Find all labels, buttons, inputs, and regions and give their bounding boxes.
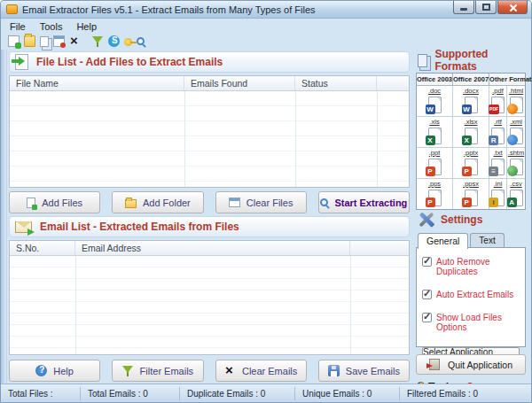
- clear-files-label: Clear Files: [246, 198, 293, 208]
- formats-col-office2007: Office 2007: [453, 74, 489, 86]
- menu-file[interactable]: File: [10, 21, 26, 32]
- email-buttons-row: Help Filter Emails Clear Emails Save Ema…: [9, 360, 410, 382]
- app-window: Email Extractor Files v5.1 - Extract Ema…: [0, 0, 532, 403]
- file-list-table[interactable]: File Name Emails Found Status: [9, 75, 410, 188]
- window-controls: [452, 1, 528, 14]
- status-filtered-emails: Filtered Emails : 0: [400, 387, 531, 400]
- skype-icon[interactable]: [108, 35, 120, 47]
- start-extracting-label: Start Extracting: [334, 198, 407, 208]
- word-badge: W: [426, 105, 435, 114]
- funnel-icon: [122, 365, 134, 376]
- app-icon: [6, 4, 18, 14]
- word-badge: W: [462, 105, 472, 114]
- column-sno[interactable]: S.No.: [10, 241, 75, 255]
- email-envelope-icon: [15, 221, 32, 233]
- format-cell-pdf: .pdf PDF: [489, 86, 507, 117]
- option-auto-extract-emails[interactable]: Auto Extract Emails: [422, 290, 520, 299]
- copy-files-icon[interactable]: [40, 36, 49, 47]
- formats-col-office2003: Office 2003: [417, 74, 453, 86]
- menu-help[interactable]: Help: [76, 21, 97, 32]
- format-ext: .xml: [510, 118, 522, 126]
- csv-badge: A: [507, 198, 517, 207]
- checkbox-icon[interactable]: [422, 313, 432, 322]
- format-ext: .pdf: [492, 87, 504, 95]
- save-emails-button[interactable]: Save Emails: [318, 360, 410, 382]
- tab-general[interactable]: General: [418, 233, 468, 249]
- file-list-header: File List - Add Files to Extract Emails: [9, 51, 410, 73]
- email-list-title: Email List - Extracted Emails from Files: [40, 221, 239, 233]
- formats-col-other: Other Format: [489, 74, 525, 86]
- quit-application-button[interactable]: Quit Application: [416, 354, 526, 375]
- file-list-body[interactable]: [10, 91, 409, 187]
- notepad-txt-icon: ≡: [491, 159, 505, 175]
- help-button[interactable]: Help: [9, 360, 100, 382]
- column-empty[interactable]: [377, 76, 409, 90]
- start-extracting-button[interactable]: Start Extracting: [318, 191, 410, 213]
- search-icon[interactable]: [137, 37, 145, 45]
- column-empty[interactable]: [350, 241, 409, 255]
- xml-badge: [507, 135, 518, 145]
- statusbar: Total Files : Total Emails : 0 Duplicate…: [1, 384, 531, 402]
- add-files-icon[interactable]: [8, 35, 20, 47]
- file-buttons-row: Add Files Add Folder Clear Files Start E…: [9, 191, 410, 213]
- format-cell-ppsx: .ppsx P: [453, 179, 489, 209]
- format-cell-csv: .csv A: [507, 179, 525, 209]
- supported-formats-header: Supported Formats: [414, 50, 528, 71]
- supported-formats-title: Supported Formats: [434, 48, 528, 73]
- xml-globe-icon: [510, 128, 523, 144]
- pdf-icon: PDF: [491, 97, 505, 113]
- column-email-address[interactable]: Email Address: [75, 241, 350, 255]
- filter-icon[interactable]: [92, 35, 104, 47]
- email-list-table[interactable]: S.No. Email Address: [9, 240, 410, 355]
- clear-emails-button[interactable]: Clear Emails: [215, 360, 307, 382]
- checkbox-icon[interactable]: [422, 290, 432, 299]
- clear-list-icon[interactable]: [53, 35, 65, 47]
- pdf-badge: PDF: [489, 105, 499, 114]
- add-folder-button[interactable]: Add Folder: [112, 191, 203, 213]
- tools-icon: [418, 212, 434, 228]
- column-emails-found[interactable]: Emails Found: [184, 76, 295, 90]
- open-folder-icon[interactable]: [24, 35, 35, 47]
- format-ext: .rtf: [494, 118, 502, 126]
- format-cell-ini: .ini i: [489, 179, 507, 209]
- format-ext: .ppsx: [463, 180, 479, 188]
- format-cell-rtf: .rtf R: [489, 117, 507, 148]
- settings-title: Settings: [441, 213, 482, 226]
- pps-badge: P: [426, 198, 435, 207]
- format-ext: .xls: [429, 118, 439, 126]
- column-divider: [350, 256, 351, 354]
- content-area: File List - Add Files to Extract Emails …: [1, 50, 531, 384]
- file-list-table-header: File Name Emails Found Status: [10, 76, 409, 91]
- option-auto-remove-duplicates[interactable]: Auto Remove Duplicates: [422, 257, 520, 276]
- quit-label: Quit Application: [448, 360, 512, 370]
- word-docx-icon: W: [465, 97, 478, 113]
- email-list-body[interactable]: [10, 256, 409, 354]
- titlebar[interactable]: Email Extractor Files v5.1 - Extract Ema…: [1, 1, 531, 19]
- clear-files-button[interactable]: Clear Files: [215, 191, 307, 213]
- filter-emails-button[interactable]: Filter Emails: [112, 360, 203, 382]
- settings-header: Settings: [414, 209, 482, 230]
- format-cell-pptx: .pptx P: [453, 148, 489, 179]
- format-cell-shtm: .shtm: [507, 148, 525, 179]
- add-files-button[interactable]: Add Files: [9, 191, 100, 213]
- column-divider: [75, 256, 76, 354]
- pptx-badge: P: [462, 167, 472, 176]
- column-status[interactable]: Status: [295, 76, 377, 90]
- txt-badge: ≡: [489, 167, 498, 176]
- minimize-button[interactable]: [453, 1, 474, 14]
- status-total-files: Total Files :: [1, 387, 81, 400]
- option-show-load-files[interactable]: Show Load Files Options: [422, 313, 520, 332]
- status-duplicate-emails: Duplicate Emails : 0: [180, 387, 295, 400]
- column-file-name[interactable]: File Name: [10, 76, 184, 90]
- powerpoint-ppt-icon: P: [428, 159, 442, 175]
- delete-icon[interactable]: [69, 35, 81, 47]
- rtf-doc-icon: R: [491, 128, 505, 144]
- menu-tools[interactable]: Tools: [40, 21, 63, 32]
- maximize-button[interactable]: [475, 1, 497, 14]
- add-files-label: Add Files: [42, 198, 82, 208]
- left-gutter: [1, 50, 7, 384]
- checkbox-icon[interactable]: [422, 257, 432, 267]
- license-key-icon[interactable]: [124, 38, 132, 46]
- format-ext: .ppt: [429, 149, 441, 157]
- close-button[interactable]: [497, 1, 528, 14]
